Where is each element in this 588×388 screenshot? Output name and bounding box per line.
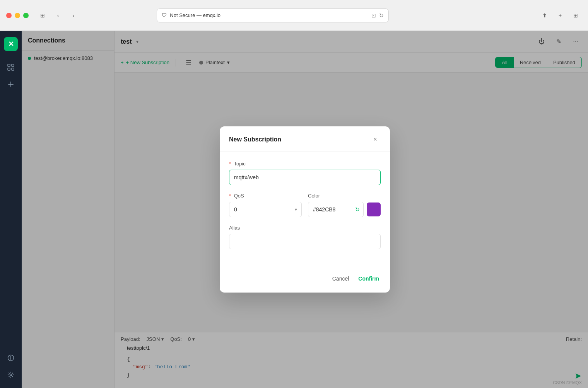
dialog-close-button[interactable]: × xyxy=(370,134,381,145)
traffic-lights xyxy=(6,13,29,18)
svg-rect-1 xyxy=(12,64,14,66)
alias-input[interactable] xyxy=(229,234,381,249)
topic-form-group: * Topic xyxy=(229,161,381,185)
grid-button[interactable]: ⊞ xyxy=(569,9,582,22)
translate-icon: ⊡ xyxy=(371,12,376,19)
topic-required: * xyxy=(229,161,231,167)
cancel-button[interactable]: Cancel xyxy=(331,272,351,285)
forward-button[interactable]: › xyxy=(67,9,80,22)
new-subscription-dialog: New Subscription × * Topic * QoS xyxy=(220,126,390,293)
alias-form-group: Alias xyxy=(229,225,381,249)
confirm-button[interactable]: Confirm xyxy=(357,272,381,285)
back-button[interactable]: ‹ xyxy=(52,9,64,22)
sidebar-item-add[interactable] xyxy=(4,77,18,91)
sidebar-toggle-button[interactable]: ⊞ xyxy=(36,9,49,22)
browser-chrome: ⊞ ‹ › 🛡 Not Secure — emqx.io ⊡ ↻ ⬆ + ⊞ xyxy=(0,0,588,31)
share-button[interactable]: ⬆ xyxy=(538,9,551,22)
modal-overlay: New Subscription × * Topic * QoS xyxy=(22,31,588,388)
sidebar-item-settings[interactable] xyxy=(4,368,18,382)
color-swatch[interactable] xyxy=(367,203,381,216)
address-bar[interactable]: 🛡 Not Secure — emqx.io ⊡ ↻ xyxy=(157,9,389,22)
browser-action-buttons: ⬆ + ⊞ xyxy=(538,9,582,22)
close-traffic-light[interactable] xyxy=(6,13,12,18)
qos-color-row: * QoS 0 1 2 ▾ xyxy=(229,193,381,225)
qos-col: * QoS 0 1 2 ▾ xyxy=(229,193,302,225)
qos-select-wrapper: 0 1 2 ▾ xyxy=(229,202,302,217)
color-label: Color xyxy=(308,193,381,199)
svg-point-9 xyxy=(10,374,12,376)
refresh-color-icon[interactable]: ↻ xyxy=(355,206,360,213)
app-logo[interactable]: ✕ xyxy=(4,37,18,51)
svg-rect-2 xyxy=(8,68,10,70)
color-col: Color ↻ xyxy=(308,193,381,225)
topic-input[interactable] xyxy=(229,170,381,185)
topic-label: * Topic xyxy=(229,161,381,167)
svg-point-8 xyxy=(10,356,11,357)
svg-rect-0 xyxy=(8,64,10,66)
url-text: Not Secure — emqx.io xyxy=(170,12,220,18)
qos-form-group: * QoS 0 1 2 ▾ xyxy=(229,193,302,217)
browser-nav-controls: ⊞ ‹ › xyxy=(36,9,80,22)
color-input-wrapper: ↻ xyxy=(308,202,364,217)
qos-required: * xyxy=(229,193,231,199)
minimize-traffic-light[interactable] xyxy=(15,13,20,18)
sidebar-item-info[interactable] xyxy=(4,351,18,365)
color-form-group: Color ↻ xyxy=(308,193,381,217)
sidebar: ✕ xyxy=(0,31,22,388)
dialog-footer: Cancel Confirm xyxy=(220,266,390,293)
dialog-title: New Subscription xyxy=(229,136,281,143)
qos-select[interactable]: 0 1 2 xyxy=(229,202,302,217)
maximize-traffic-light[interactable] xyxy=(23,13,29,18)
new-tab-button[interactable]: + xyxy=(554,9,566,22)
qos-label: * QoS xyxy=(229,193,302,199)
reload-icon[interactable]: ↻ xyxy=(379,12,384,19)
sidebar-item-connections[interactable] xyxy=(4,60,18,74)
svg-rect-3 xyxy=(12,68,14,70)
color-row: ↻ xyxy=(308,202,381,217)
security-icon: 🛡 xyxy=(162,12,167,18)
dialog-body: * Topic * QoS 0 xyxy=(220,151,390,266)
alias-label: Alias xyxy=(229,225,381,231)
dialog-header: New Subscription × xyxy=(220,126,390,151)
